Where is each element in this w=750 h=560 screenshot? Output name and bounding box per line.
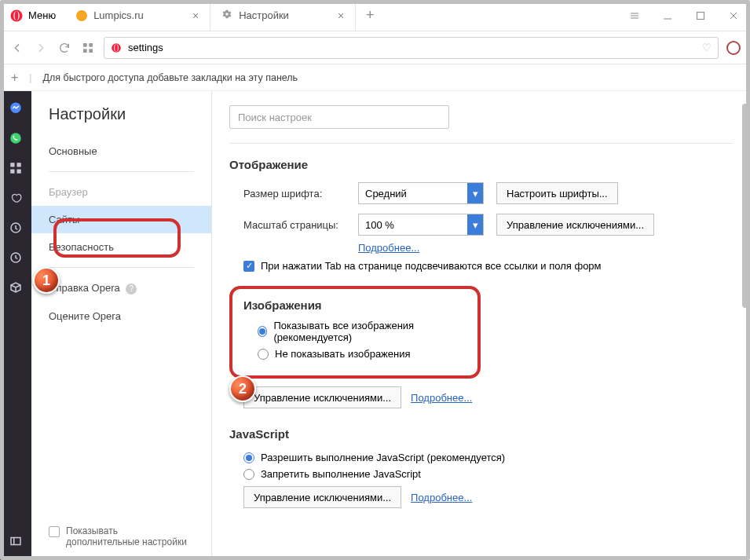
tab-settings[interactable]: Настройки ×	[210, 0, 356, 31]
svg-rect-16	[17, 170, 21, 174]
messenger-icon[interactable]	[8, 101, 24, 116]
images-show-label: Показывать все изображения (рекомендуетс…	[273, 320, 466, 343]
images-hide-radio[interactable]: Не показывать изображения	[243, 348, 466, 360]
svg-rect-13	[10, 163, 14, 167]
bookmarks-rail-icon[interactable]	[8, 190, 24, 206]
images-exceptions-button[interactable]: Управление исключениями...	[243, 386, 401, 408]
bookmarks-bar: + | Для быстрого доступа добавьте заклад…	[0, 64, 750, 91]
address-bar: settings ♡	[0, 31, 750, 64]
settings-search-input[interactable]: Поиск настроек	[229, 105, 449, 129]
zoom-select[interactable]: 100 % ▾	[358, 214, 484, 236]
configure-fonts-button[interactable]: Настроить шрифты...	[496, 182, 618, 204]
svg-rect-4	[83, 43, 87, 47]
menu-button[interactable]: Меню	[0, 0, 65, 31]
nav-security[interactable]: Безопасность	[31, 233, 211, 261]
extensions-rail-icon[interactable]	[8, 280, 24, 295]
tab-label: Настройки	[239, 9, 289, 21]
opera-small-icon	[111, 42, 122, 53]
images-more-link[interactable]: Подробнее...	[411, 392, 472, 404]
reload-button[interactable]	[57, 42, 72, 54]
side-rail	[0, 91, 31, 560]
nav-sites[interactable]: Сайты	[31, 206, 211, 233]
speed-dial-icon[interactable]	[80, 42, 96, 54]
annotation-marker-2: 2	[229, 375, 256, 402]
svg-point-2	[15, 11, 19, 20]
zoom-value: 100 %	[365, 219, 394, 231]
history-rail-icon[interactable]	[8, 250, 24, 265]
svg-rect-14	[17, 163, 21, 167]
opera-logo-icon	[9, 9, 24, 23]
bookmarks-hint: Для быстрого доступа добавьте закладки н…	[43, 72, 298, 83]
speed-dial-rail-icon[interactable]	[8, 160, 24, 176]
svg-rect-19	[11, 538, 20, 545]
advanced-settings-checkbox[interactable]: Показывать дополнительные настройки	[49, 525, 190, 547]
minimize-button[interactable]	[651, 0, 684, 31]
js-section-title: JavaScript	[229, 427, 733, 441]
svg-rect-15	[10, 170, 14, 174]
whatsapp-icon[interactable]	[8, 130, 24, 146]
js-allow-radio[interactable]: Разрешить выполнение JavaScript (рекомен…	[229, 452, 733, 463]
forward-button[interactable]	[33, 42, 49, 54]
add-bookmark-button[interactable]: +	[11, 71, 18, 85]
svg-rect-5	[89, 43, 93, 47]
favicon-icon	[76, 10, 87, 21]
profile-icon[interactable]	[726, 41, 741, 55]
address-input[interactable]: settings ♡	[104, 37, 719, 59]
radio-off-icon	[258, 349, 269, 360]
search-placeholder: Поиск настроек	[238, 112, 312, 123]
heart-icon[interactable]: ♡	[702, 42, 712, 53]
js-allow-label: Разрешить выполнение JavaScript (рекомен…	[261, 452, 505, 463]
menu-label: Меню	[28, 9, 56, 21]
gear-icon	[221, 9, 232, 22]
news-rail-icon[interactable]	[8, 220, 24, 236]
close-icon[interactable]: ×	[338, 9, 344, 22]
js-block-label: Запретить выполнение JavaScript	[261, 468, 421, 480]
radio-off-icon	[243, 469, 254, 480]
chevron-down-icon: ▾	[467, 183, 483, 203]
maximize-button[interactable]	[684, 0, 717, 31]
images-section-highlight: Изображения Показывать все изображения (…	[229, 286, 481, 379]
svg-rect-7	[89, 49, 93, 53]
js-more-link[interactable]: Подробнее...	[411, 492, 472, 503]
address-text: settings	[128, 42, 163, 53]
font-size-value: Средний	[365, 188, 407, 199]
radio-on-icon	[258, 326, 267, 337]
close-icon[interactable]: ×	[192, 9, 199, 22]
tab-highlight-label: При нажатии Tab на странице подсвечивают…	[261, 260, 602, 272]
zoom-exceptions-button[interactable]: Управление исключениями...	[496, 214, 654, 236]
images-section-title: Изображения	[243, 298, 466, 312]
checked-checkbox-icon[interactable]: ✓	[243, 261, 254, 272]
nav-rate[interactable]: Оцените Opera	[31, 302, 211, 330]
titlebar: Меню Lumpics.ru × Настройки × +	[0, 0, 750, 31]
font-size-select[interactable]: Средний ▾	[358, 182, 484, 204]
settings-nav: Настройки Основные Браузер Сайты Безопас…	[31, 91, 212, 560]
nav-browser[interactable]: Браузер	[31, 178, 211, 206]
zoom-label: Масштаб страницы:	[243, 219, 346, 231]
tab-lumpics[interactable]: Lumpics.ru ×	[65, 0, 210, 31]
collapse-rail-icon[interactable]	[8, 533, 24, 549]
js-block-radio[interactable]: Запретить выполнение JavaScript	[229, 468, 733, 480]
js-exceptions-button[interactable]: Управление исключениями...	[243, 486, 401, 508]
content-pane: Поиск настроек Отображение Размер шрифта…	[212, 91, 750, 560]
radio-on-icon	[243, 452, 254, 463]
svg-rect-3	[697, 12, 704, 19]
help-icon: ?	[126, 284, 137, 295]
chevron-down-icon: ▾	[467, 214, 483, 235]
back-button[interactable]	[9, 42, 25, 54]
scrollbar-thumb[interactable]	[742, 104, 748, 308]
display-section-title: Отображение	[229, 158, 733, 171]
new-tab-button[interactable]: +	[356, 0, 384, 31]
display-more-link[interactable]: Подробнее...	[358, 242, 419, 254]
images-show-radio[interactable]: Показывать все изображения (рекомендуетс…	[243, 320, 466, 343]
window-controls	[618, 0, 750, 31]
nav-basic[interactable]: Основные	[31, 137, 211, 165]
svg-rect-6	[83, 49, 87, 53]
scrollbar[interactable]	[739, 97, 750, 554]
close-window-button[interactable]	[717, 0, 750, 31]
images-hide-label: Не показывать изображения	[275, 348, 411, 360]
tab-label: Lumpics.ru	[93, 9, 144, 21]
page-title: Настройки	[31, 105, 211, 137]
checkbox-icon	[49, 526, 60, 537]
annotation-marker-1: 1	[33, 267, 60, 294]
window-menu-icon[interactable]	[618, 0, 651, 31]
